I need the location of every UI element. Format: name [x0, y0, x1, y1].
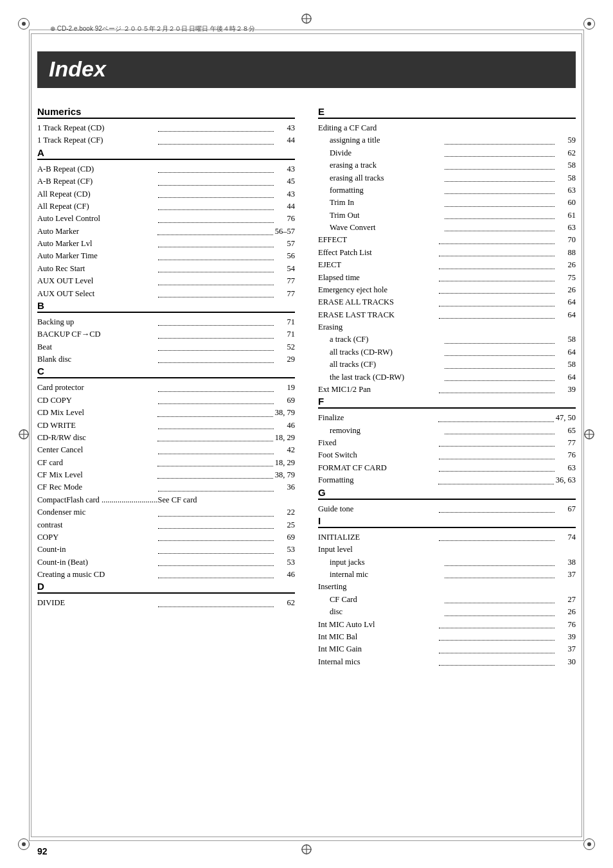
entry-page: 42	[276, 444, 295, 456]
entry-text: internal mic	[330, 569, 443, 581]
index-entry: a track (CF)58	[318, 333, 576, 346]
entry-page: 74	[556, 531, 576, 544]
index-entry: Wave Convert63	[318, 222, 576, 234]
index-entry: Finalize47, 50	[318, 412, 576, 424]
index-entry: All Repeat (CF)44	[37, 200, 295, 213]
right-column: EEditing a CF Cardassigning a title59Div…	[318, 106, 576, 668]
entry-page: 63	[556, 462, 576, 474]
entry-text: CD-R/RW disc	[37, 432, 155, 444]
entry-page: 39	[556, 384, 576, 396]
entry-text: disc	[330, 606, 443, 618]
entry-dots	[439, 234, 555, 244]
entry-dots	[439, 309, 555, 319]
entry-dots	[158, 506, 274, 516]
entry-text: Int MIC Bal	[318, 631, 437, 643]
index-section-C: CCard protector19CD COPY69CD Mix Level38…	[37, 366, 295, 581]
entry-text: All Repeat (CF)	[37, 200, 156, 213]
index-entry: Auto Marker Lvl57	[37, 238, 295, 250]
index-entry: input jacks38	[318, 556, 576, 569]
entry-page: 25	[276, 519, 295, 531]
entry-page: 63	[556, 222, 576, 234]
index-section-A: AA-B Repeat (CD)43A-B Repeat (CF)45All R…	[37, 147, 295, 300]
entry-dots	[158, 353, 274, 363]
entry-page: 26	[556, 606, 576, 618]
entry-dots	[445, 594, 555, 603]
entry-dots	[445, 147, 555, 157]
index-entry: Trim Out61	[318, 209, 576, 222]
entry-page: 67	[556, 503, 576, 515]
entry-text: erasing all tracks	[330, 172, 443, 184]
entry-text: Auto Marker Lvl	[37, 238, 156, 250]
entry-dots	[158, 188, 274, 198]
entry-page: 59	[556, 134, 576, 146]
entry-page: 57	[276, 238, 295, 250]
entry-text: a track (CF)	[330, 333, 443, 346]
entry-dots	[439, 272, 555, 281]
corner-mark-bl	[18, 838, 30, 850]
page-number: 92	[37, 846, 48, 856]
index-entry: EFFECT70	[318, 234, 576, 246]
entry-text: CF Rec Mode	[37, 481, 156, 493]
entry-page: 64	[556, 296, 576, 308]
entry-text: CD WRITE	[37, 420, 156, 432]
entry-text: Formatting	[318, 474, 436, 486]
entry-page: 30	[556, 656, 576, 668]
entry-page: 56–57	[275, 226, 295, 238]
index-entry: CF Mix Level38, 79	[37, 469, 295, 481]
entry-page: 54	[276, 263, 295, 275]
entry-page: 64	[556, 309, 576, 321]
entry-dots	[439, 284, 555, 294]
entry-text: CD COPY	[37, 394, 156, 407]
entry-text: Wave Convert	[330, 222, 443, 234]
section-header-D: D	[37, 581, 295, 594]
entry-dots	[158, 213, 274, 222]
entry-dots	[439, 259, 555, 269]
center-bottom-mark	[301, 844, 312, 855]
entry-dots	[158, 328, 274, 338]
entry-text: Blank disc	[37, 353, 156, 366]
entry-text: Beat	[37, 341, 156, 353]
index-entry: Center Cancel42	[37, 444, 295, 456]
index-entry: ERASE ALL TRACKS64	[318, 296, 576, 308]
entry-text: All Repeat (CD)	[37, 188, 156, 200]
entry-dots	[157, 407, 273, 416]
entry-text: Center Cancel	[37, 444, 156, 456]
entry-page: 76	[276, 213, 295, 225]
section-header-G: G	[318, 487, 576, 500]
entry-dots	[158, 134, 274, 144]
entry-text: Inserting	[318, 581, 576, 593]
entry-page: 75	[556, 272, 576, 284]
entry-page: 58	[556, 359, 576, 371]
entry-text: formatting	[330, 184, 443, 197]
index-section-D: DDIVIDE62	[37, 581, 295, 609]
entry-page: 43	[276, 122, 295, 134]
entry-text: the last track (CD-RW)	[330, 371, 443, 384]
index-entry: Guide tone67	[318, 503, 576, 515]
entry-text: Auto Rec Start	[37, 263, 156, 275]
entry-text: erasing a track	[330, 159, 443, 172]
entry-text: Condenser mic	[37, 506, 156, 518]
entry-page: 88	[556, 247, 576, 259]
index-entry: EJECT26	[318, 259, 576, 271]
entry-page: 26	[556, 259, 576, 271]
border-bottom-outer	[29, 840, 584, 841]
entry-dots	[445, 606, 555, 616]
index-entry: contrast25	[37, 519, 295, 531]
index-entry: Editing a CF Card	[318, 122, 576, 134]
entry-dots	[445, 172, 555, 182]
entry-page: 39	[556, 631, 576, 643]
entry-page: 58	[556, 159, 576, 172]
index-entry: formatting63	[318, 184, 576, 197]
corner-mark-tl	[18, 18, 30, 30]
entry-page: 69	[276, 394, 295, 407]
entry-text: removing	[330, 425, 443, 437]
index-entry: Int MIC Auto Lvl76	[318, 619, 576, 631]
entry-dots	[445, 159, 555, 169]
header-meta-text: ⊕ CD-2.e.book 92ページ ２００５年２月２０日 日曜日 午後４時２…	[50, 25, 255, 32]
entry-text: EJECT	[318, 259, 437, 271]
entry-dots	[157, 226, 273, 235]
entry-page: 38	[556, 556, 576, 569]
entry-text: Auto Marker Time	[37, 250, 156, 262]
entry-page: 62	[276, 597, 295, 609]
entry-text: Editing a CF Card	[318, 122, 576, 134]
